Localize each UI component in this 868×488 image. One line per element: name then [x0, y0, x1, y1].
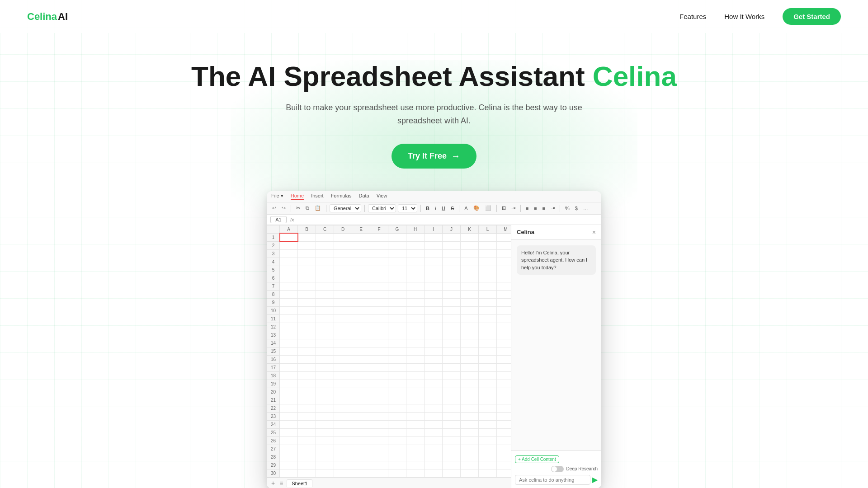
cell-H6[interactable]: [406, 274, 425, 282]
cell-F4[interactable]: [370, 258, 388, 266]
cell-G21[interactable]: [388, 396, 406, 404]
cell-J26[interactable]: [443, 436, 461, 445]
cell-K26[interactable]: [461, 436, 479, 445]
cell-H20[interactable]: [406, 388, 425, 396]
cell-K10[interactable]: [461, 306, 479, 314]
cell-L22[interactable]: [479, 404, 497, 412]
cell-L2[interactable]: [479, 241, 497, 249]
cell-B18[interactable]: [298, 371, 316, 380]
cell-B13[interactable]: [298, 331, 316, 339]
cell-E29[interactable]: [352, 461, 370, 469]
cell-A3[interactable]: [280, 249, 298, 258]
cell-F5[interactable]: [370, 266, 388, 274]
cell-B20[interactable]: [298, 388, 316, 396]
cell-A20[interactable]: [280, 388, 298, 396]
tb-indent[interactable]: ⇥: [549, 204, 557, 212]
cell-A25[interactable]: [280, 428, 298, 436]
cell-D4[interactable]: [334, 258, 352, 266]
cell-F18[interactable]: [370, 371, 388, 380]
cell-B29[interactable]: [298, 461, 316, 469]
cell-L19[interactable]: [479, 380, 497, 388]
cell-G16[interactable]: [388, 355, 406, 363]
cell-J21[interactable]: [443, 396, 461, 404]
cell-B8[interactable]: [298, 290, 316, 298]
cell-L27[interactable]: [479, 445, 497, 453]
cell-F29[interactable]: [370, 461, 388, 469]
cell-E30[interactable]: [352, 469, 370, 477]
cell-M27[interactable]: [497, 445, 511, 453]
cell-H16[interactable]: [406, 355, 425, 363]
cell-C29[interactable]: [316, 461, 334, 469]
cell-K18[interactable]: [461, 371, 479, 380]
cell-M26[interactable]: [497, 436, 511, 445]
cell-C6[interactable]: [316, 274, 334, 282]
cell-M18[interactable]: [497, 371, 511, 380]
cell-M5[interactable]: [497, 266, 511, 274]
cell-F24[interactable]: [370, 420, 388, 428]
tb-borders[interactable]: ⬜: [483, 204, 493, 212]
cell-L9[interactable]: [479, 298, 497, 306]
cell-C9[interactable]: [316, 298, 334, 306]
tb-percent[interactable]: %: [563, 205, 571, 212]
cell-I23[interactable]: [425, 412, 443, 420]
cell-A9[interactable]: [280, 298, 298, 306]
celina-add-cell-button[interactable]: + Add Cell Content: [515, 455, 559, 463]
cell-G11[interactable]: [388, 314, 406, 323]
cell-C27[interactable]: [316, 445, 334, 453]
nav-cta-button[interactable]: Get Started: [783, 8, 841, 25]
cell-B30[interactable]: [298, 469, 316, 477]
cell-L5[interactable]: [479, 266, 497, 274]
cell-J6[interactable]: [443, 274, 461, 282]
cell-I18[interactable]: [425, 371, 443, 380]
cell-B6[interactable]: [298, 274, 316, 282]
cell-G26[interactable]: [388, 436, 406, 445]
cell-K17[interactable]: [461, 363, 479, 371]
cell-H27[interactable]: [406, 445, 425, 453]
cell-F19[interactable]: [370, 380, 388, 388]
cell-M21[interactable]: [497, 396, 511, 404]
cell-G10[interactable]: [388, 306, 406, 314]
cell-A22[interactable]: [280, 404, 298, 412]
cell-C5[interactable]: [316, 266, 334, 274]
cell-C8[interactable]: [316, 290, 334, 298]
cell-A2[interactable]: [280, 241, 298, 249]
cell-F21[interactable]: [370, 396, 388, 404]
cell-K2[interactable]: [461, 241, 479, 249]
cell-A23[interactable]: [280, 412, 298, 420]
cell-C12[interactable]: [316, 323, 334, 331]
menu-insert[interactable]: Insert: [311, 193, 324, 200]
cell-M17[interactable]: [497, 363, 511, 371]
cell-G22[interactable]: [388, 404, 406, 412]
cell-H24[interactable]: [406, 420, 425, 428]
cell-B10[interactable]: [298, 306, 316, 314]
cell-E28[interactable]: [352, 453, 370, 461]
cell-E4[interactable]: [352, 258, 370, 266]
cell-D14[interactable]: [334, 339, 352, 347]
cell-D15[interactable]: [334, 347, 352, 355]
tb-align-left[interactable]: ≡: [524, 205, 530, 212]
cell-I29[interactable]: [425, 461, 443, 469]
col-C[interactable]: C: [316, 225, 334, 233]
cell-H7[interactable]: [406, 282, 425, 290]
cell-C1[interactable]: [316, 233, 334, 241]
cell-E8[interactable]: [352, 290, 370, 298]
cell-D2[interactable]: [334, 241, 352, 249]
cell-K25[interactable]: [461, 428, 479, 436]
nav-how-it-works[interactable]: How It Works: [724, 13, 764, 20]
cell-M2[interactable]: [497, 241, 511, 249]
cell-K13[interactable]: [461, 331, 479, 339]
cell-M9[interactable]: [497, 298, 511, 306]
cell-E18[interactable]: [352, 371, 370, 380]
cell-C4[interactable]: [316, 258, 334, 266]
cell-M8[interactable]: [497, 290, 511, 298]
tb-align-right[interactable]: ≡: [541, 205, 547, 212]
cell-L20[interactable]: [479, 388, 497, 396]
cell-J11[interactable]: [443, 314, 461, 323]
cell-E10[interactable]: [352, 306, 370, 314]
cell-H3[interactable]: [406, 249, 425, 258]
cell-I2[interactable]: [425, 241, 443, 249]
tb-size-select[interactable]: 11: [398, 204, 417, 212]
cell-G13[interactable]: [388, 331, 406, 339]
cell-G12[interactable]: [388, 323, 406, 331]
cell-I5[interactable]: [425, 266, 443, 274]
